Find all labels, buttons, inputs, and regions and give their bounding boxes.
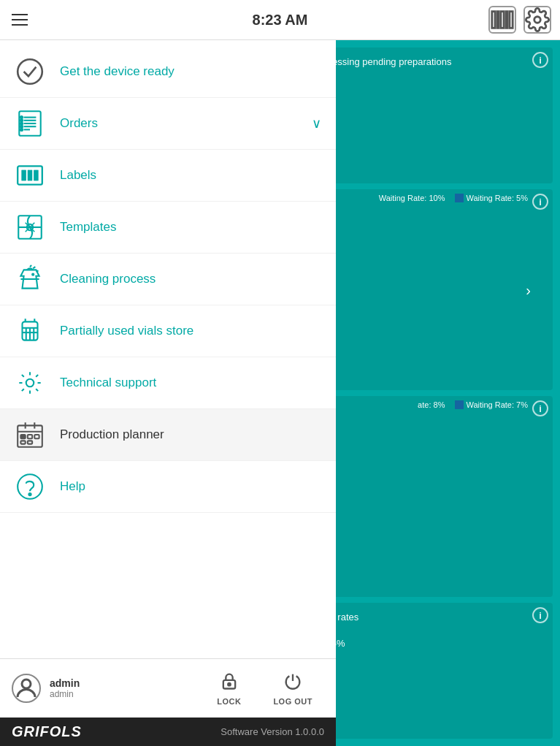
info-button-2[interactable]: i [532,52,548,68]
info-button-3[interactable]: i [532,194,548,210]
sidebar-item-templates[interactable]: Templates [0,202,336,254]
logout-button[interactable]: LOG OUT [261,666,324,710]
sidebar-item-help[interactable]: Help [0,461,336,513]
svg-point-32 [31,273,34,276]
svg-point-17 [20,129,23,131]
user-details: admin admin [50,677,80,699]
brand-name: GRIFOLS [12,723,82,740]
sidebar-item-technical-support[interactable]: Technical support [0,357,336,409]
svg-point-15 [20,122,23,124]
top-bar-icons [488,6,551,34]
sidebar-item-labels[interactable]: Labels [0,150,336,202]
sidebar-nav: Get the device ready Orde [0,40,336,746]
svg-point-14 [20,119,23,121]
avatar [12,674,41,703]
svg-rect-4 [510,12,513,28]
sidebar-label-cleaning-process: Cleaning process [60,272,321,286]
svg-point-6 [18,59,42,84]
svg-rect-0 [492,12,495,28]
info-button-4[interactable]: i [532,400,548,416]
sidebar-label-labels: Labels [60,168,321,183]
hamburger-menu-button[interactable] [9,11,31,28]
version-text: Software Version 1.0.0.0 [220,726,324,737]
sidebar-label-get-device-ready: Get the device ready [60,64,321,79]
orders-icon [15,108,45,139]
bottom-bar: admin admin LOCK [0,658,336,746]
info-button-5[interactable]: i [532,607,548,623]
production-planner-icon [15,419,45,450]
svg-point-5 [534,17,541,23]
sidebar: Get the device ready Orde [0,40,336,746]
lock-icon [219,671,239,696]
sidebar-item-get-device-ready[interactable]: Get the device ready [0,46,336,98]
vials-icon [15,316,45,346]
sidebar-item-partially-used-vials[interactable]: Partially used vials store [0,305,336,357]
cleaning-icon [15,264,45,294]
power-icon [283,671,303,696]
sidebar-label-production-planner: Production planner [60,427,321,442]
chart1-rate-label: Waiting Rate: 5% [455,194,528,202]
logout-label: LOG OUT [273,697,312,706]
user-role: admin [50,689,80,699]
check-circle-icon [15,56,45,87]
user-info-bar: admin admin LOCK [0,658,336,718]
sidebar-label-partially-used-vials: Partially used vials store [60,324,321,338]
time-display: 8:23 AM [253,12,308,28]
svg-point-16 [20,126,23,128]
barcode-scan-button[interactable] [488,6,516,34]
labels-barcode-icon [15,160,45,191]
sidebar-label-technical-support: Technical support [60,376,321,390]
svg-point-41 [26,379,34,387]
svg-point-52 [28,493,31,495]
sidebar-item-cleaning-process[interactable]: Cleaning process [0,254,336,305]
chart1-waiting-label: Waiting Rate: 10% [379,194,445,202]
lock-button[interactable]: LOCK [205,666,253,710]
chart2-waiting-label: ate: 8% [418,400,445,409]
chart2-legend: ate: 8% Waiting Rate: 7% [418,400,528,409]
svg-rect-49 [20,441,25,444]
svg-rect-2 [501,12,504,28]
svg-rect-47 [28,435,32,438]
svg-rect-50 [28,441,32,444]
sidebar-item-orders[interactable]: Orders ∨ [0,98,336,150]
svg-rect-1 [497,12,499,28]
settings-button[interactable] [523,6,551,34]
sidebar-label-templates: Templates [60,220,321,235]
svg-point-13 [20,116,23,118]
lock-label: LOCK [217,697,241,706]
templates-icon [15,212,45,243]
svg-rect-3 [506,12,507,28]
chart1-legend: Waiting Rate: 10% Waiting Rate: 5% [379,194,528,202]
svg-rect-46 [20,435,25,438]
technical-support-gear-icon [15,368,45,398]
svg-point-55 [228,683,231,686]
orders-chevron-icon: ∨ [312,115,321,132]
chart1-chevron[interactable]: › [526,281,531,298]
help-circle-icon [15,471,45,502]
top-bar: 8:23 AM [0,0,560,40]
sidebar-item-production-planner[interactable]: Production planner [0,409,336,461]
user-name: admin [50,677,80,689]
svg-rect-48 [34,435,39,438]
brand-footer: GRIFOLS Software Version 1.0.0.0 [0,718,336,746]
sidebar-label-orders: Orders [60,116,297,131]
sidebar-label-help: Help [60,479,321,494]
svg-point-53 [22,680,31,688]
